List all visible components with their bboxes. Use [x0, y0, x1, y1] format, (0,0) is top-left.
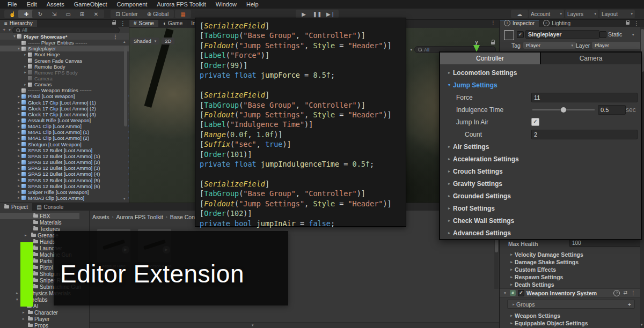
kebab-menu-icon[interactable]: ⋮ — [113, 34, 118, 40]
hierarchy-item-player-entities[interactable]: ------- Player Entities ------- — [0, 40, 129, 46]
prefab-open-arrow[interactable]: › — [128, 94, 129, 99]
prefab-open-arrow[interactable]: › — [128, 196, 129, 200]
expand-arrow-icon[interactable]: ▸ — [16, 166, 21, 170]
expand-arrow-icon[interactable]: ▸ — [16, 190, 21, 194]
prefab-open-arrow[interactable]: › — [128, 160, 129, 165]
account-dropdown[interactable]: Account▾ — [529, 10, 564, 18]
prefab-open-arrow[interactable]: › — [128, 166, 129, 170]
foldout-gravity-settings[interactable]: ▸Gravity Settings — [440, 177, 641, 190]
hierarchy-item-screen-fade-canvas[interactable]: Screen Fade Canvas — [0, 57, 129, 63]
expand-arrow-icon[interactable]: ▸ — [16, 136, 21, 140]
indulgence-field[interactable]: 0.5 — [598, 105, 626, 115]
prefab-open-arrow[interactable]: › — [128, 118, 129, 123]
kebab-menu-icon[interactable]: ⋮ — [634, 20, 639, 26]
menu-item-help[interactable]: Help — [242, 1, 263, 8]
foldout-death-settings[interactable]: ▸Death Settings — [500, 281, 640, 288]
cloud-services-button[interactable]: ☁ — [511, 10, 528, 18]
project-folder-materials[interactable]: Materials — [0, 219, 80, 226]
hierarchy-item-spas-12-bullet-loot-ammo-4[interactable]: ▸SPAS 12 Bullet [Loot Ammo] (4)› — [0, 171, 129, 177]
tab-console[interactable]: ▤ Console — [32, 203, 68, 211]
scrollbar-thumb[interactable] — [124, 46, 127, 126]
expand-arrow-icon[interactable]: ▸ — [16, 172, 21, 176]
foldout-check-wall-settings[interactable]: ▸Check Wall Settings — [440, 214, 641, 227]
component-enabled-checkbox[interactable]: ✓ — [518, 290, 524, 296]
prefab-open-arrow[interactable]: › — [128, 184, 129, 189]
expand-arrow-icon[interactable]: ▸ — [16, 106, 21, 110]
expand-arrow-icon[interactable]: ▸ — [16, 124, 21, 129]
count-field[interactable]: 2 — [531, 130, 638, 139]
groups-foldout[interactable]: ▸ Groups + — [507, 300, 635, 309]
layout-dropdown[interactable]: Layout▾ — [599, 10, 635, 18]
breadcrumb-item-aurora-fps-toolkit[interactable]: Aurora FPS Toolkit — [116, 214, 163, 220]
hierarchy-item-spas-12-bullet-loot-ammo-3[interactable]: ▸SPAS 12 Bullet [Loot Ammo] (3)› — [0, 165, 129, 171]
foldout-velocity-damage-settings[interactable]: ▸Velocity Damage Settings — [500, 251, 640, 258]
prefab-open-arrow[interactable]: › — [128, 142, 129, 147]
scroll-down-icon[interactable]: ▾ — [252, 323, 254, 327]
active-checkbox[interactable]: ✓ — [517, 31, 524, 38]
hierarchy-item-singleplayer[interactable]: ▾Singleplayer — [0, 46, 129, 51]
layers-dropdown[interactable]: Layers▾ — [565, 10, 598, 18]
expand-arrow-icon[interactable]: ▸ — [23, 83, 28, 87]
tab-controller[interactable]: Controller — [440, 53, 540, 64]
hierarchy-item-canvas[interactable]: ▸Canvas — [0, 81, 129, 87]
expand-arrow-icon[interactable]: ▸ — [16, 94, 21, 99]
hierarchy-item-shotgun-loot-weapon[interactable]: ▸Shotgun [Loot Weapon]› — [0, 141, 129, 147]
static-checkbox[interactable] — [599, 31, 606, 38]
prefab-open-arrow[interactable]: › — [128, 130, 129, 135]
hierarchy-item-m40a3-clip-loot-ammo[interactable]: ▸M40A3 Clip [Loot Ammo]› — [0, 195, 129, 201]
prefab-open-arrow[interactable]: › — [128, 148, 129, 153]
hierarchy-item-spas-12-bullet-loot-ammo-2[interactable]: ▸SPAS 12 Bullet [Loot Ammo] (2)› — [0, 159, 129, 165]
menu-item-file[interactable]: File — [3, 1, 21, 8]
chevron-down-icon[interactable]: ▾ — [410, 48, 412, 52]
expand-arrow-icon[interactable]: ▸ — [16, 196, 21, 200]
2d-toggle[interactable]: 2D — [162, 38, 174, 44]
prefab-open-arrow[interactable]: › — [128, 124, 129, 129]
expand-arrow-icon[interactable]: ▸ — [16, 118, 21, 123]
hierarchy-search-input[interactable]: All — [12, 27, 120, 34]
hierarchy-scrollbar[interactable]: ▴ ▾ — [123, 40, 128, 201]
hierarchy-item-m4a1-clip-loot-ammo-2[interactable]: ▸M4A1 Clip [Loot Ammo] (2)› — [0, 135, 129, 141]
indulgence-slider[interactable] — [532, 109, 595, 110]
prefab-open-arrow[interactable]: › — [128, 106, 129, 111]
tab-hierarchy[interactable]: ≡ Hierarchy — [0, 19, 37, 27]
tab-scene[interactable]: # Scene — [129, 19, 158, 27]
max-health-field[interactable]: 100 — [569, 239, 640, 247]
foldout-damage-shake-settings[interactable]: ▸Damage Shake Settings — [500, 258, 640, 266]
kebab-menu-icon[interactable]: ⋮ — [631, 290, 636, 296]
expand-arrow-icon[interactable]: ▾ — [16, 47, 21, 51]
expand-arrow-icon[interactable]: ▸ — [23, 70, 28, 74]
scroll-down-icon[interactable]: ▾ — [641, 323, 643, 327]
grid-snap-button[interactable]: ▦ — [175, 10, 191, 18]
expand-arrow-icon[interactable]: ▸ — [16, 178, 21, 182]
menu-item-gameobject[interactable]: GameObject — [70, 1, 112, 8]
scene-root-row[interactable]: ▾ Player Showcase* ⋮ — [0, 33, 129, 40]
menu-item-window[interactable]: Window — [211, 1, 241, 8]
hierarchy-item-m4a1-clip-loot-ammo-1[interactable]: ▸M4A1 Clip [Loot Ammo] (1)› — [0, 129, 129, 135]
scroll-down-icon[interactable]: ▾ — [123, 197, 126, 201]
tab-game[interactable]: ◖ Game — [158, 19, 187, 27]
step-button[interactable]: ▶❘ — [323, 10, 339, 18]
prefab-open-arrow[interactable]: › — [128, 154, 129, 159]
foldout-equippable-object-settings[interactable]: ▸Equippable Object Settings — [500, 319, 640, 327]
global-space-button[interactable]: ⊕Global — [142, 10, 174, 18]
hierarchy-item-spas-12-bullet-loot-ammo-1[interactable]: ▸SPAS 12 Bullet [Loot Ammo] (1)› — [0, 153, 129, 159]
chevron-down-icon[interactable]: ▾ — [632, 33, 634, 37]
prefab-open-arrow[interactable]: › — [128, 178, 129, 183]
hierarchy-item-camera[interactable]: Camera — [0, 76, 129, 81]
menu-item-aurora-fps-toolkit[interactable]: Aurora FPS Toolkit — [152, 1, 210, 8]
tab-camera[interactable]: Camera — [541, 53, 641, 64]
expand-arrow-icon[interactable]: ▸ — [16, 112, 21, 116]
hierarchy-item-root-hinge[interactable]: ▸Root Hinge — [0, 51, 129, 57]
expand-arrow-icon[interactable]: ▸ — [25, 233, 27, 237]
hierarchy-item-spas-12-bullet-loot-ammo-5[interactable]: ▸SPAS 12 Bullet [Loot Ammo] (5)› — [0, 177, 129, 183]
expand-arrow-icon[interactable]: ▾ — [502, 291, 508, 295]
prefab-open-arrow[interactable]: › — [128, 112, 129, 117]
foldout-advanced-settings[interactable]: ▸Advanced Settings — [440, 227, 641, 239]
component-header-weapon-inventory[interactable]: ▾ # ✓ Weapon Inventory System ? ⇄ ⋮ — [500, 288, 640, 297]
prefab-open-arrow[interactable]: › — [128, 136, 129, 140]
expand-arrow-icon[interactable]: ▸ — [16, 160, 21, 165]
foldout-jump[interactable]: ▾ Jump Settings — [440, 79, 641, 91]
foldout-acceleration-settings[interactable]: ▸Acceleration Settings — [440, 153, 641, 165]
lock-icon[interactable] — [112, 22, 116, 25]
slider-knob[interactable] — [561, 107, 566, 113]
